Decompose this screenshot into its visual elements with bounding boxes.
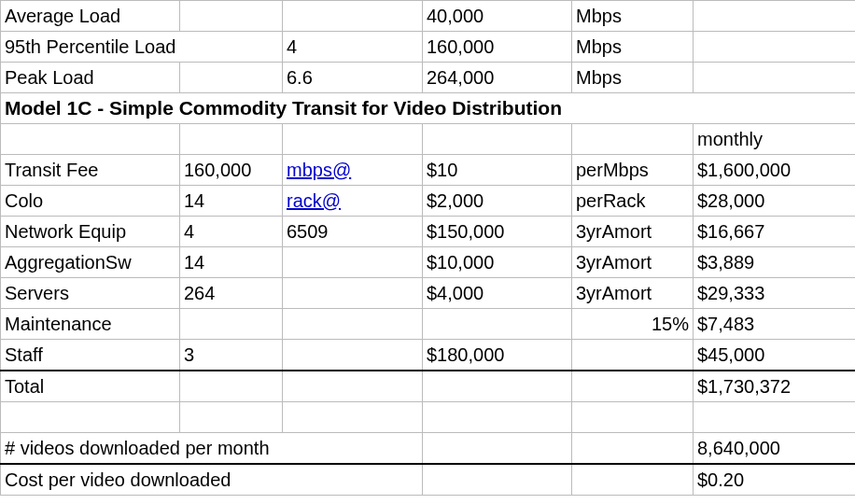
cell: $3,889 <box>694 247 856 278</box>
row-average-load: Average Load 40,000 Mbps <box>1 1 856 32</box>
cell: $7,483 <box>694 309 856 340</box>
row-videos-downloaded: # videos downloaded per month 8,640,000 <box>1 433 856 465</box>
cell <box>572 340 694 371</box>
cell: 40,000 <box>423 1 572 32</box>
cell <box>283 371 423 402</box>
cell: 264,000 <box>423 63 572 93</box>
row-servers: Servers 264 $4,000 3yrAmort $29,333 <box>1 278 856 309</box>
cell: 14 <box>180 186 283 217</box>
cell: 4 <box>283 32 423 63</box>
cell: $150,000 <box>423 217 572 247</box>
cell <box>283 124 423 155</box>
cell: 6.6 <box>283 63 423 93</box>
cell <box>180 371 283 402</box>
cell <box>423 402 572 433</box>
row-aggregation-sw: AggregationSw 14 $10,000 3yrAmort $3,889 <box>1 247 856 278</box>
cell-label: AggregationSw <box>1 247 180 278</box>
cell: 3yrAmort <box>572 247 694 278</box>
cell: $45,000 <box>694 340 856 371</box>
cell <box>572 433 694 465</box>
cell: 3 <box>180 340 283 371</box>
cell: 14 <box>180 247 283 278</box>
cell: 3yrAmort <box>572 217 694 247</box>
cell <box>694 63 856 93</box>
row-maintenance: Maintenance 15% $7,483 <box>1 309 856 340</box>
row-colo: Colo 14 rack@ $2,000 perRack $28,000 <box>1 186 856 217</box>
row-95th-percentile: 95th Percentile Load 4 160,000 Mbps <box>1 32 856 63</box>
cell: 15% <box>572 309 694 340</box>
cell <box>423 371 572 402</box>
cell <box>694 402 856 433</box>
cell <box>1 402 180 433</box>
cell <box>283 340 423 371</box>
cell <box>572 402 694 433</box>
cell <box>180 1 283 32</box>
cell <box>423 433 572 465</box>
cell-link-mbps[interactable]: mbps@ <box>283 155 423 186</box>
cell-label: Colo <box>1 186 180 217</box>
cell <box>180 63 283 93</box>
cell-label: 95th Percentile Load <box>1 32 283 63</box>
cell: 4 <box>180 217 283 247</box>
cell: $1,730,372 <box>694 371 856 402</box>
row-cost-per-video: Cost per video downloaded $0.20 <box>1 464 856 496</box>
row-empty <box>1 402 856 433</box>
cell <box>572 371 694 402</box>
cell: $10,000 <box>423 247 572 278</box>
cell-monthly: monthly <box>694 124 856 155</box>
cell-label: Peak Load <box>1 63 180 93</box>
cell: perRack <box>572 186 694 217</box>
cell: $16,667 <box>694 217 856 247</box>
cell-label: Average Load <box>1 1 180 32</box>
cell <box>180 309 283 340</box>
cell: $180,000 <box>423 340 572 371</box>
row-staff: Staff 3 $180,000 $45,000 <box>1 340 856 371</box>
section-title: Model 1C - Simple Commodity Transit for … <box>1 93 856 124</box>
cell: $29,333 <box>694 278 856 309</box>
cell: $28,000 <box>694 186 856 217</box>
cell <box>1 124 180 155</box>
cell <box>694 32 856 63</box>
cell: $10 <box>423 155 572 186</box>
cell-label: # videos downloaded per month <box>1 433 423 465</box>
cell: 160,000 <box>180 155 283 186</box>
cell: 6509 <box>283 217 423 247</box>
cell: 160,000 <box>423 32 572 63</box>
cell <box>283 1 423 32</box>
cell: 264 <box>180 278 283 309</box>
cell <box>283 278 423 309</box>
cell: $0.20 <box>694 464 856 496</box>
cell <box>572 124 694 155</box>
row-total: Total $1,730,372 <box>1 371 856 402</box>
cell <box>694 1 856 32</box>
cell: $4,000 <box>423 278 572 309</box>
cell: 8,640,000 <box>694 433 856 465</box>
cell-label: Network Equip <box>1 217 180 247</box>
cell <box>283 309 423 340</box>
cell-link-rack[interactable]: rack@ <box>283 186 423 217</box>
cell <box>283 247 423 278</box>
cell: 3yrAmort <box>572 278 694 309</box>
cell <box>180 124 283 155</box>
row-network-equip: Network Equip 4 6509 $150,000 3yrAmort $… <box>1 217 856 247</box>
row-transit-fee: Transit Fee 160,000 mbps@ $10 perMbps $1… <box>1 155 856 186</box>
cell <box>423 464 572 496</box>
cell-label: Servers <box>1 278 180 309</box>
cell-label: Total <box>1 371 180 402</box>
cell <box>572 464 694 496</box>
cell: Mbps <box>572 32 694 63</box>
cell <box>283 402 423 433</box>
cell: Mbps <box>572 63 694 93</box>
cell: Mbps <box>572 1 694 32</box>
cell: $2,000 <box>423 186 572 217</box>
cell-label: Cost per video downloaded <box>1 464 423 496</box>
cell-label: Staff <box>1 340 180 371</box>
cell: $1,600,000 <box>694 155 856 186</box>
cell <box>423 124 572 155</box>
cell: perMbps <box>572 155 694 186</box>
spreadsheet-table: Average Load 40,000 Mbps 95th Percentile… <box>0 0 855 496</box>
cell <box>180 402 283 433</box>
cell-label: Transit Fee <box>1 155 180 186</box>
row-section-header: Model 1C - Simple Commodity Transit for … <box>1 93 856 124</box>
cell-label: Maintenance <box>1 309 180 340</box>
